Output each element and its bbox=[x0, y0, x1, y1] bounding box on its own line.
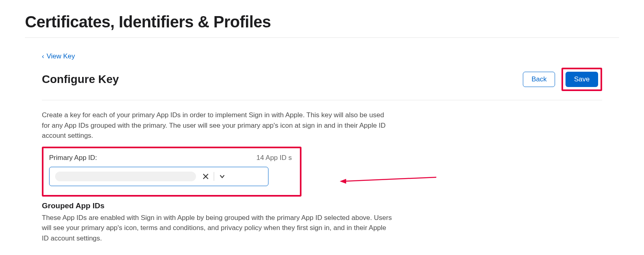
grouped-app-ids-description: These App IDs are enabled with Sign in w… bbox=[42, 213, 392, 244]
svg-marker-1 bbox=[340, 179, 346, 184]
annotation-arrow-icon bbox=[340, 173, 436, 185]
clear-icon[interactable] bbox=[202, 172, 210, 180]
primary-app-id-label: Primary App ID: bbox=[49, 154, 97, 162]
app-id-count: 14 App ID s bbox=[256, 154, 292, 162]
svg-line-0 bbox=[343, 177, 436, 181]
breadcrumb: View Key bbox=[42, 52, 602, 60]
primary-app-id-select[interactable] bbox=[49, 167, 268, 186]
annotation-highlight-dropdown: Primary App ID: 14 App ID s bbox=[42, 147, 301, 197]
back-button[interactable]: Back bbox=[523, 72, 555, 87]
section-description: Create a key for each of your primary Ap… bbox=[42, 110, 392, 141]
annotation-highlight-save: Save bbox=[561, 68, 602, 91]
page-title: Certificates, Identifiers & Profiles bbox=[25, 0, 619, 38]
save-button[interactable]: Save bbox=[566, 72, 598, 87]
chevron-down-icon[interactable] bbox=[218, 172, 226, 180]
section-title: Configure Key bbox=[42, 73, 119, 86]
view-key-link[interactable]: View Key bbox=[42, 52, 75, 60]
select-divider bbox=[214, 172, 214, 181]
grouped-app-ids-title: Grouped App IDs bbox=[42, 201, 392, 210]
select-redacted-value bbox=[55, 172, 196, 181]
